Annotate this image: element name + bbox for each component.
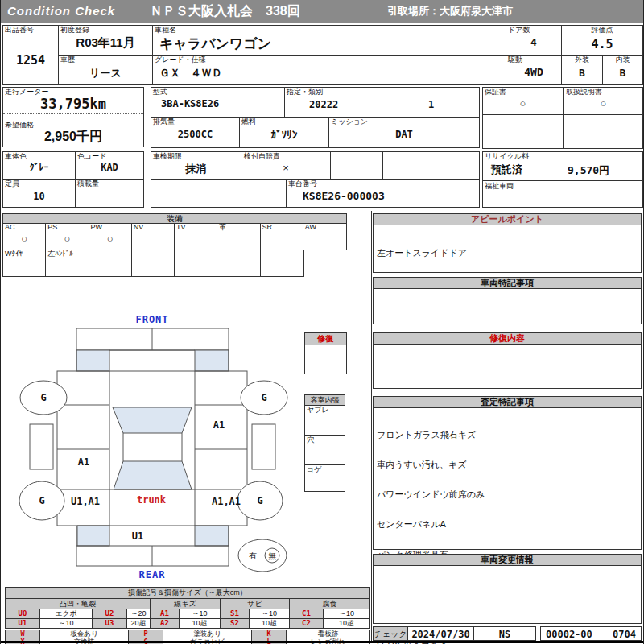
legend-text: ～10	[40, 619, 93, 629]
rear-label: REAR	[139, 569, 166, 580]
legend-code: U0	[6, 609, 40, 619]
odometer-price-cell: 走行メーター 33,795km 希望価格 2,950千円	[2, 87, 144, 147]
fuel-cell: 燃料 ｶﾞｿﾘﾝ	[239, 117, 329, 148]
first-registration-cell: 初度登録 R03年11月	[58, 25, 153, 56]
wheel-mark: G	[261, 392, 266, 403]
assessment-line: フロントガラス飛石キズ	[377, 430, 638, 440]
model-name-cell: 車種名 キャラバンワゴン	[152, 25, 506, 56]
legend-text: 10超	[250, 619, 290, 629]
class-value-2: 1	[428, 99, 434, 110]
equipment-cell	[132, 250, 175, 276]
first-registration-value: R03年11月	[59, 35, 152, 51]
vin-label: 車台番号	[288, 180, 317, 188]
legend-text: ～20	[127, 609, 151, 619]
body-color-label: 車体色	[5, 152, 27, 161]
drive-label: 駆動	[508, 56, 522, 64]
legend-title: 損傷記号＆損傷サイズ（～最大cm）	[6, 588, 370, 599]
interior-grade-cell: 内装 B	[602, 55, 643, 85]
divider	[382, 152, 383, 179]
check-code-2: 0704	[613, 629, 636, 640]
check-label: チェック	[374, 629, 407, 640]
wheel-mark: G	[257, 495, 262, 506]
odometer-value: 33,795km	[3, 96, 143, 112]
legend-group: 凸凹・亀裂	[6, 599, 151, 609]
cabin-lining-title: 客室内張	[305, 395, 345, 406]
assessment-title: 査定特記事項	[374, 397, 641, 408]
equipment-cell: AW	[303, 223, 346, 250]
vin-value: KS8E26-000003	[303, 190, 385, 202]
price-value: 2,950千円	[3, 129, 143, 146]
divider	[330, 152, 331, 179]
doors-value: 4	[506, 36, 561, 48]
equipment-cell: TV	[175, 223, 217, 250]
legend-text: 10超	[324, 619, 370, 629]
insurance-value: ×	[242, 162, 330, 174]
equipment-cell	[217, 250, 260, 276]
legend-group: 線キズ	[151, 599, 221, 609]
inspection-expiry-label: 車検期限	[153, 152, 182, 161]
repair-flag-title: 修復	[305, 333, 346, 345]
capacity-value: 10	[3, 191, 75, 202]
condition-check-logo: Condition Check	[7, 0, 115, 23]
history-cell: 車歴 リース	[58, 55, 153, 85]
appeal-title: アピールポイント	[374, 214, 641, 225]
equipment-cell: 左ﾊﾝﾄﾞﾙ	[46, 250, 89, 276]
rear-window	[114, 461, 192, 489]
equipment-cell: SR	[261, 223, 303, 250]
section-divider	[371, 211, 372, 642]
divider	[483, 114, 642, 115]
cabin-lining-panel: 客室内張 ヤブレ 穴 コゲ	[304, 394, 345, 492]
color-code-cell: 色コード KAD	[75, 151, 144, 180]
drive-value: 4WD	[506, 66, 561, 78]
load-capacity-cell: 積載量	[75, 179, 144, 208]
pickup-location: 引取場所：大阪府泉大津市	[387, 0, 513, 23]
check-inspector-cell: NS	[473, 626, 536, 641]
assessment-line: センターパネルA	[377, 519, 638, 529]
capacity-cell: 定員 10	[2, 179, 76, 208]
vehicle-notes-title: 車両特記事項	[374, 278, 641, 289]
score-label: 評価点	[562, 26, 642, 35]
interior-grade-value: B	[603, 67, 642, 79]
right-taillight	[195, 526, 229, 546]
check-date-cell: 2024/07/30	[407, 626, 474, 641]
check-date-value: 2024/07/30	[408, 629, 473, 640]
assessment-panel: 査定特記事項 フロントガラス飛石キズ 車内うすい汚れ、キズ パワーウインドウ前席…	[373, 396, 642, 550]
grade-label: グレード・仕様	[155, 56, 206, 64]
recycle-welfare-cell: リサイクル料 預託済 9,570円 福祉車両	[482, 151, 643, 208]
damage-code-rear-gate: U1	[132, 530, 143, 542]
legend-code: A2	[151, 619, 180, 629]
equipment-extra-row: Wﾀｲﾔ 左ﾊﾝﾄﾞﾙ	[2, 250, 304, 277]
cabin-lining-cell: コゲ	[305, 465, 345, 493]
equipment-cell: 革	[217, 223, 260, 250]
repair-content-panel: 修復内容	[373, 332, 642, 389]
lot-number-value: 1254	[3, 53, 58, 68]
legend-group: 腐食	[290, 599, 370, 609]
fuel-value: ｶﾞｿﾘﾝ	[240, 129, 328, 141]
front-label: FRONT	[135, 314, 168, 325]
equipment-cell: Wﾀｲﾔ	[3, 250, 46, 276]
legend-text: 20超	[127, 619, 151, 629]
right-headlight	[195, 350, 229, 371]
equipment-cell: AC○	[3, 223, 46, 250]
legend-text: ～10	[324, 609, 370, 619]
score-value: 4.5	[562, 37, 642, 52]
cabin-lining-cell: ヤブレ	[305, 406, 345, 436]
appeal-line: 左オートスライドドア	[377, 248, 638, 258]
legend-text: 塗装あり	[163, 630, 252, 638]
damage-code-left-rear-door: A1	[78, 456, 89, 468]
exterior-grade-value: B	[562, 67, 602, 79]
legend-code: W	[6, 630, 40, 638]
legend-text: 10超	[180, 619, 221, 629]
fuel-label: 燃料	[242, 118, 256, 126]
spare-no-label: 無	[268, 551, 276, 560]
auction-condition-sheet: Condition Check ＮＰＳ大阪入札会 338回 引取場所：大阪府泉大…	[0, 0, 644, 644]
spare-yes-label: 有	[249, 551, 257, 560]
divider	[3, 113, 143, 114]
repair-content-title: 修復内容	[374, 333, 641, 345]
bottom-frame-line	[1, 641, 644, 643]
lot-number-label: 出品番号	[5, 26, 34, 35]
wheel-mark: G	[39, 495, 44, 506]
model-name-value: キャラバンワゴン	[153, 35, 506, 53]
legend-group: サビ	[221, 599, 290, 609]
grade-value: ＧＸ ４ＷＤ	[153, 66, 506, 80]
